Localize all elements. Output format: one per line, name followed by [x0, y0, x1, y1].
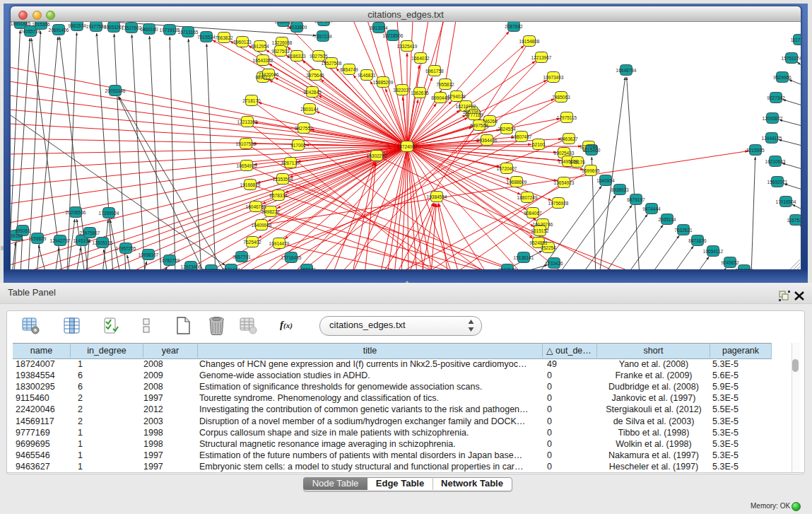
svg-text:7625402: 7625402: [243, 240, 261, 245]
svg-text:10688609: 10688609: [507, 180, 527, 185]
svg-text:1227084: 1227084: [579, 144, 598, 149]
svg-text:1015306: 1015306: [32, 22, 50, 27]
svg-text:10025433: 10025433: [554, 151, 575, 156]
svg-text:15716485: 15716485: [281, 255, 302, 260]
svg-text:16033809: 16033809: [287, 25, 307, 30]
svg-text:19218506: 19218506: [383, 33, 404, 38]
svg-text:1664032: 1664032: [411, 56, 430, 61]
svg-text:24055724: 24055724: [20, 29, 41, 34]
svg-text:16210643: 16210643: [765, 159, 786, 164]
svg-text:15720407: 15720407: [497, 166, 517, 171]
svg-text:645178: 645178: [570, 160, 585, 165]
svg-text:9457791: 9457791: [233, 255, 251, 259]
svg-text:12923466: 12923466: [181, 264, 201, 269]
svg-text:19756928: 19756928: [548, 201, 569, 206]
svg-text:1362615: 1362615: [411, 90, 429, 95]
svg-text:8813054: 8813054: [370, 25, 388, 30]
svg-text:16210722: 16210722: [456, 104, 476, 109]
svg-text:3822037: 3822037: [393, 88, 411, 93]
svg-text:8454749: 8454749: [340, 67, 358, 72]
svg-text:62100: 62100: [532, 142, 545, 147]
svg-text:16782759: 16782759: [160, 258, 180, 263]
svg-text:9361574: 9361574: [68, 23, 86, 28]
svg-text:8215955: 8215955: [746, 148, 765, 153]
svg-text:2803144: 2803144: [300, 107, 319, 112]
svg-text:252254: 252254: [541, 245, 556, 250]
svg-text:8990448: 8990448: [431, 95, 449, 100]
svg-text:13527602: 13527602: [122, 25, 142, 30]
svg-text:12444125: 12444125: [762, 136, 782, 141]
svg-text:15885209: 15885209: [373, 80, 394, 85]
svg-text:1065242: 1065242: [298, 267, 316, 270]
svg-text:3875645: 3875645: [306, 73, 324, 78]
svg-text:12505135: 12505135: [93, 240, 113, 245]
svg-text:2935114: 2935114: [659, 217, 676, 222]
svg-text:20206536: 20206536: [66, 210, 86, 215]
svg-text:16120746: 16120746: [533, 222, 553, 227]
svg-text:10958107: 10958107: [139, 252, 159, 257]
svg-text:6961758: 6961758: [425, 69, 444, 74]
svg-text:395061: 395061: [15, 228, 30, 233]
svg-text:13654923: 13654923: [554, 180, 575, 185]
svg-text:7485063: 7485063: [552, 95, 570, 100]
svg-text:18807249: 18807249: [517, 195, 538, 200]
svg-text:15692071: 15692071: [767, 180, 788, 185]
svg-text:6794028: 6794028: [447, 94, 466, 99]
svg-text:8578334: 8578334: [269, 193, 288, 198]
svg-text:1117345: 1117345: [791, 37, 801, 42]
svg-text:12942737: 12942737: [50, 238, 71, 243]
svg-text:12093872: 12093872: [763, 116, 783, 121]
svg-text:9529966: 9529966: [773, 75, 792, 80]
svg-text:20691406: 20691406: [49, 28, 69, 33]
svg-text:16409948: 16409948: [252, 223, 272, 228]
svg-text:17016504: 17016504: [776, 199, 796, 204]
svg-text:917006: 917006: [290, 143, 306, 148]
svg-text:8124056: 8124056: [735, 268, 753, 270]
svg-text:16648784: 16648784: [616, 68, 637, 73]
svg-text:7663822: 7663822: [215, 35, 233, 40]
svg-text:12353594: 12353594: [273, 177, 293, 182]
svg-text:1938455: 1938455: [274, 22, 293, 24]
svg-text:10107552: 10107552: [236, 141, 257, 146]
svg-text:20053346: 20053346: [105, 88, 126, 93]
svg-text:13325419: 13325419: [397, 44, 418, 49]
svg-text:9227342: 9227342: [767, 95, 785, 100]
svg-text:23975867: 23975867: [80, 230, 100, 235]
svg-text:12213363: 12213363: [237, 119, 258, 124]
svg-text:19384554: 19384554: [427, 194, 447, 199]
svg-text:2087682: 2087682: [505, 24, 523, 29]
svg-text:10719135: 10719135: [160, 28, 180, 33]
svg-text:8938923: 8938923: [611, 187, 629, 192]
svg-text:1156829: 1156829: [29, 236, 47, 241]
svg-text:9612140: 9612140: [498, 267, 517, 270]
svg-text:16914479: 16914479: [269, 241, 290, 246]
svg-text:8960123: 8960123: [233, 40, 252, 45]
svg-text:7357224: 7357224: [314, 34, 332, 39]
svg-text:9327503: 9327503: [271, 49, 290, 54]
svg-text:7955812: 7955812: [436, 82, 454, 87]
svg-text:8671424: 8671424: [222, 267, 240, 270]
svg-text:9146821: 9146821: [358, 73, 376, 78]
svg-text:8186323: 8186323: [288, 54, 306, 59]
svg-text:16046788: 16046788: [246, 204, 266, 209]
svg-text:9245652: 9245652: [721, 260, 739, 265]
svg-text:1145193: 1145193: [73, 238, 91, 243]
svg-text:19166825: 19166825: [240, 182, 261, 187]
svg-text:10654112: 10654112: [703, 249, 724, 254]
svg-text:1733426: 1733426: [545, 261, 563, 266]
svg-text:1615152: 1615152: [531, 228, 549, 233]
svg-text:15751074: 15751074: [782, 56, 801, 61]
svg-text:12213967: 12213967: [531, 55, 552, 60]
svg-text:10973493: 10973493: [543, 75, 564, 80]
svg-text:13527508: 13527508: [322, 61, 342, 66]
svg-text:9474444: 9474444: [642, 206, 661, 211]
svg-text:39154: 39154: [11, 233, 23, 238]
svg-text:16543382: 16543382: [253, 58, 273, 63]
svg-text:13226058: 13226058: [272, 40, 293, 45]
svg-text:9699695: 9699695: [582, 168, 600, 173]
svg-text:1640954: 1640954: [596, 178, 615, 183]
svg-text:15302295: 15302295: [367, 153, 387, 158]
svg-text:16713165: 16713165: [178, 30, 199, 35]
svg-text:3824554: 3824554: [498, 127, 516, 132]
svg-text:6466160: 6466160: [140, 27, 158, 32]
